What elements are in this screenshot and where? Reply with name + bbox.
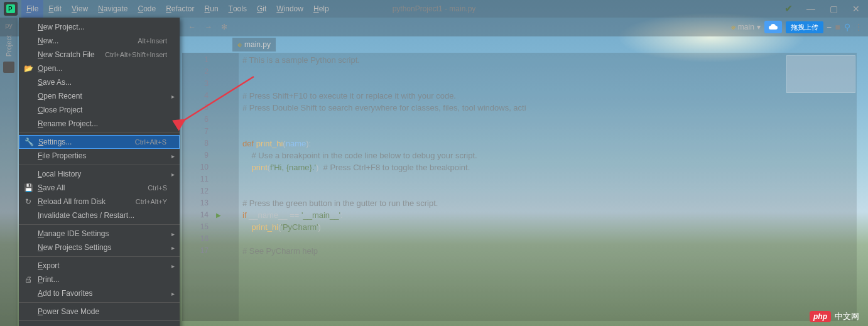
menu-edit[interactable]: Edit [43, 0, 67, 18]
left-tool-strip: py Project [0, 18, 18, 326]
menu-item-add-to-favorites[interactable]: Add to Favorites▸ [19, 286, 180, 300]
dropdown-arrow-icon: ▾ [757, 23, 761, 31]
structure-icon[interactable] [3, 62, 14, 73]
menu-separator [19, 256, 180, 257]
menu-file[interactable]: File [21, 0, 43, 18]
project-toolwindow-tab[interactable]: Project [5, 35, 13, 57]
menu-window[interactable]: Window [271, 0, 308, 18]
svg-line-2 [183, 77, 254, 121]
back-icon[interactable]: ← [188, 23, 196, 31]
code-editor[interactable]: 1234567891011121314▶151617 # This is a s… [182, 53, 857, 321]
menu-item-label: Print... [38, 275, 60, 284]
code-line[interactable] [242, 185, 850, 197]
menu-item-icon: 📂 [24, 64, 33, 73]
menu-git[interactable]: Git [252, 0, 271, 18]
menu-item-label: Add to Favorites [38, 289, 92, 298]
menu-navigate[interactable]: Navigate [93, 0, 133, 18]
menu-item-close-project[interactable]: Close Project [19, 103, 180, 117]
code-line[interactable]: # Use a breakpoint in the code line belo… [242, 149, 850, 161]
upload-button[interactable]: 拖拽上传 [786, 21, 823, 33]
menu-item-manage-ide-settings[interactable]: Manage IDE Settings▸ [19, 227, 180, 241]
menu-item-shortcut: Ctrl+Alt+Y [136, 198, 167, 205]
gutter-line: 17 [182, 245, 209, 257]
gutter-line: 8 [182, 138, 209, 149]
menu-code[interactable]: Code [133, 0, 161, 18]
menu-item-settings[interactable]: 🔧Settings...Ctrl+Alt+S [19, 135, 180, 149]
menu-item-label: Manage IDE Settings [38, 229, 109, 238]
code-line[interactable] [242, 66, 850, 78]
menu-separator [19, 302, 180, 303]
gutter-line: 15 [182, 221, 209, 233]
forward-icon[interactable]: → [205, 23, 212, 31]
watermark-text: 中文网 [835, 311, 859, 322]
watermark-badge: php [810, 311, 831, 322]
minimize-button[interactable]: — [805, 4, 816, 14]
menu-help[interactable]: Help [308, 0, 334, 18]
code-line[interactable]: def print_hi(name): [242, 138, 850, 149]
menu-item-new-scratch-file[interactable]: New Scratch FileCtrl+Alt+Shift+Insert [19, 48, 180, 62]
search-icon[interactable]: ⚲ [844, 22, 850, 32]
menu-item-save-all[interactable]: 💾Save AllCtrl+S [19, 181, 180, 195]
code-line[interactable] [242, 233, 850, 245]
menu-separator [19, 133, 180, 133]
cloud-icon[interactable] [764, 21, 782, 33]
menu-item-label: Settings... [38, 138, 72, 146]
menu-item-power-save-mode[interactable]: Power Save Mode [19, 305, 180, 318]
menu-item-file-properties[interactable]: File Properties▸ [19, 149, 180, 163]
menu-item-label: Invalidate Caches / Restart... [38, 211, 134, 220]
menu-separator [19, 165, 180, 165]
menu-item-exit[interactable]: Exit [19, 323, 180, 326]
menu-item-save-as[interactable]: Save As... [19, 75, 180, 89]
menu-view[interactable]: View [67, 0, 93, 18]
gutter-line: 10 [182, 161, 209, 173]
code-line[interactable]: # Press the green button in the gutter t… [242, 197, 850, 209]
menu-item-rename-project[interactable]: Rename Project... [19, 117, 180, 131]
code-line[interactable]: # See PyCharm help [242, 245, 850, 257]
menu-item-local-history[interactable]: Local History▸ [19, 167, 180, 181]
menu-item-label: Rename Project... [38, 119, 98, 128]
run-config-selector[interactable]: ⟐ main ▾ [731, 23, 761, 31]
close-button[interactable]: ✕ [850, 4, 862, 14]
editor-tab-main[interactable]: ⟐ main.py [232, 38, 276, 52]
window-title: pythonProject1 - main.py [393, 4, 476, 13]
menubar: FileEditViewNavigateCodeRefactorRunTools… [21, 0, 334, 18]
menu-item-new[interactable]: New...Alt+Insert [19, 34, 180, 48]
menu-item-reload-all-from-disk[interactable]: ↻Reload All from DiskCtrl+Alt+Y [19, 195, 180, 209]
menu-item-label: Reload All from Disk [38, 197, 106, 206]
menu-tools[interactable]: Tools [224, 0, 252, 18]
gutter-line: 14▶ [182, 209, 209, 221]
code-line[interactable]: # This is a sample Python script. [242, 54, 850, 66]
code-line[interactable]: print(f'Hi, {name}.') # Press Ctrl+F8 to… [242, 161, 850, 173]
menu-separator [19, 320, 180, 321]
code-line[interactable] [242, 173, 850, 185]
menu-item-open[interactable]: 📂Open... [19, 62, 180, 75]
code-line[interactable]: # Press Shift+F10 to execute it or repla… [242, 90, 850, 102]
settings-icon[interactable]: ✻ [221, 23, 227, 31]
menu-item-label: New Projects Settings [38, 243, 111, 252]
code-line[interactable] [242, 114, 850, 126]
code-line[interactable]: print_hi('PyCharm') [242, 221, 850, 233]
code-line[interactable]: # Press Double Shift to search everywher… [242, 102, 850, 114]
menu-item-new-project[interactable]: New Project... [19, 20, 180, 34]
menu-item-new-projects-settings[interactable]: New Projects Settings▸ [19, 241, 180, 254]
stop-icon[interactable]: ■ [835, 22, 840, 32]
menu-item-invalidate-caches-restart[interactable]: Invalidate Caches / Restart... [19, 209, 180, 222]
menu-item-export[interactable]: Export▸ [19, 259, 180, 273]
menu-refactor[interactable]: Refactor [161, 0, 199, 18]
more-icon[interactable]: ⋮ [854, 22, 863, 32]
menu-item-label: Power Save Mode [38, 307, 99, 316]
menu-item-open-recent[interactable]: Open Recent▸ [19, 89, 180, 103]
menu-item-shortcut: Alt+Insert [138, 37, 167, 45]
run-gutter-icon[interactable]: ▶ [216, 209, 221, 221]
separator: – [827, 23, 832, 31]
editor-minimap[interactable] [786, 55, 855, 93]
menu-item-print[interactable]: 🖨Print... [19, 273, 180, 286]
editor-code[interactable]: # This is a sample Python script. # Pres… [242, 54, 850, 257]
menu-item-label: File Properties [38, 151, 86, 160]
code-line[interactable]: if __name__ == '__main__': [242, 209, 850, 221]
menu-run[interactable]: Run [200, 0, 224, 18]
code-line[interactable] [242, 78, 850, 90]
maximize-button[interactable]: ▢ [828, 4, 839, 14]
code-line[interactable] [242, 126, 850, 138]
python-file-icon: ⟐ [237, 40, 242, 49]
